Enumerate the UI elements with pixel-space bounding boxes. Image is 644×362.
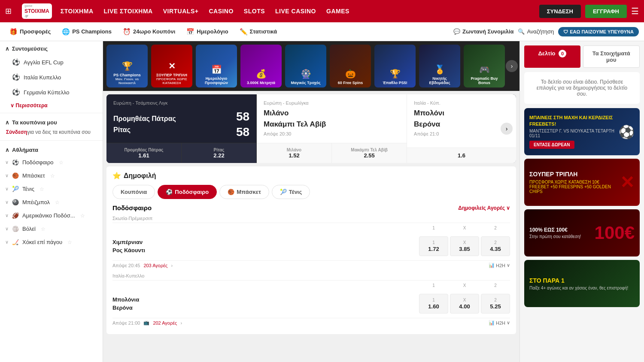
pop-odds-1-1[interactable]: 1 1.60	[419, 294, 448, 314]
nav-live-stoixima[interactable]: LIVE ΣΤΟΙΧΗΜΑ	[104, 8, 153, 15]
promo-card-6[interactable]: 🏆 Έπαθλο PS5!	[374, 45, 416, 87]
pop-agores-1[interactable]: 202 Αγορές	[153, 320, 177, 326]
pb-inner-2: 100% ΕΩΣ 100€ Στην πρώτη σου κατάθεση! 1…	[529, 223, 635, 243]
header-x-0: X	[450, 226, 479, 230]
search-button[interactable]: 🔍 Αναζήτηση	[518, 28, 554, 35]
nav-casino[interactable]: CASINO	[209, 8, 233, 15]
pb-title-3: ΣΤΟ ΠΑΡΑ 1	[529, 277, 635, 284]
sport-item-football[interactable]: ∨ ⚽ Ποδόσφαιρο ☆	[0, 156, 103, 169]
paizeis-button[interactable]: 🛡 ΕΑΩ ΠΑΙΖΟΥΜΕ ΥΠΕΥΘΥΝΑ	[558, 27, 639, 36]
ps-champions-label: PS Champions	[72, 28, 112, 35]
betslip-tab-mybets[interactable]: Τα Στοιχήματά μου	[583, 45, 640, 68]
more-button[interactable]: ∨ Περισσότερα	[0, 100, 103, 111]
fm-odds-btn-1-1[interactable]: Μακάμπι Τελ Αβίβ 2.55	[332, 143, 407, 163]
fm-score1-0: 58	[236, 109, 249, 124]
fm-odds-btn-0-0[interactable]: Προμηθέας Πάτρας 1.61	[106, 143, 182, 163]
sub-nav-calendar[interactable]: 📅 Ημερολόγιο	[182, 25, 232, 38]
fm-odds-btn-2-0[interactable]: 1.6	[407, 148, 516, 163]
promo-banner-0[interactable]: ΜΠΑΙΝΕΙΣ ΣΤΗ ΜΑΧΗ ΚΑΙ ΚΕΡΔΙΖΕΙΣ FREEBETS…	[524, 108, 640, 155]
shortcuts-header[interactable]: ∧ Συντομεύσεις	[0, 41, 103, 54]
promo-card-4[interactable]: 🎡 Μαγικός Τροχός	[285, 45, 326, 87]
sub-nav-ps-champions[interactable]: 🌐 PS Champions	[58, 25, 116, 38]
shield-icon: 🛡	[563, 29, 568, 34]
pop-odds-2-1[interactable]: 2 5.25	[481, 294, 510, 314]
tab-basketball-label: Μπάσκετ	[237, 189, 261, 195]
american-football-label: Αμερικάνικο Ποδόσ...	[22, 212, 75, 219]
carousel-match-next[interactable]: ›	[501, 123, 513, 135]
sidebar-item-italy-cup[interactable]: ⚽ Ιταλία Κυπελλο	[2, 70, 101, 84]
promo-card-8[interactable]: 🎮 Pragmatic Buy Bonus	[464, 45, 505, 87]
eggrafh-button[interactable]: ΕΓΓΡΑΦΗ	[585, 5, 627, 18]
promo-card-5[interactable]: 🎃 60 Free Spins	[330, 45, 371, 87]
sport-item-baseball[interactable]: ∨ 🎱 Μπέιζμπολ ☆	[0, 196, 103, 209]
sport-item-american-football[interactable]: ∨ 🏈 Αμερικάνικο Ποδόσ... ☆	[0, 209, 103, 222]
pop-match-teams-1: Μπολόνια Βερόνα	[112, 296, 419, 312]
featured-match-2: Ιταλία - Κύπ. Μπολόνι Βερόνα Απόψε 21:0 …	[407, 94, 516, 163]
nav-stoixima[interactable]: ΣΤΟΙΧΗΜΑ	[61, 8, 94, 15]
sub-nav-statistics[interactable]: ✏️ Στατιστικά	[235, 25, 282, 38]
promo-banner-content-1: ΣΟΥΠΕΡ ΤΡΙΠΛΗ ΠΡΟΣΦΟΡΑ ΧΩΡΙΣ ΚΑΤΑΘΕΣΗ 10…	[524, 159, 640, 206]
fm-odds-btn-1-0[interactable]: Μιλάνο 1.52	[257, 143, 332, 163]
logo[interactable]: game STOIXIMA .gr	[22, 3, 52, 18]
pop-odds-x-0[interactable]: X 3.85	[450, 236, 479, 256]
sub-nav-offers[interactable]: 🎁 Προσφορές	[5, 25, 55, 38]
chat-button[interactable]: 💬 Ζωντανή Συνομιλία	[453, 28, 513, 35]
nav-games[interactable]: GAMES	[326, 8, 349, 15]
pop-meta-1: Απόψε 21:00 📺 202 Αγορές › 📊 H2H ∨	[112, 318, 510, 329]
pop-league-0: Σκωτία-Πρέμιερσιπ	[112, 214, 510, 223]
promo-card-1[interactable]: ✕ ΣΟΥΠΕΡ ΤΡΙΠΛΗ ΠΡΟΣΦΟΡΑ ΧΩΡΙΣ ΚΑΤΑΘΕΣΗ	[151, 45, 192, 87]
sidebar-item-label-3: Γερμανία Κύπελλο	[24, 89, 69, 96]
pop-odds-2-0[interactable]: 2 4.35	[481, 236, 510, 256]
hamburger-icon[interactable]: ☰	[631, 6, 639, 16]
promo-card-0[interactable]: 🏆 PS Champions Μαν. Γιουν. vs Νιούκαστλ	[106, 45, 148, 87]
sport-item-tennis[interactable]: ∨ 🎾 Τένις ☆	[0, 182, 103, 196]
promo-banner-3[interactable]: ΣΤΟ ΠΑΡΑ 1 Παίξε 4+ αγώνες και αν χάσεις…	[524, 260, 640, 307]
promo-card-3[interactable]: 💰 3.000€ Μετρητά	[240, 45, 282, 87]
nav-slots[interactable]: SLOTS	[244, 8, 265, 15]
tab-football[interactable]: ⚽ Ποδόσφαιρο	[158, 185, 217, 199]
pop-odds-1-0[interactable]: 1 1.72	[419, 236, 448, 256]
sidebar-item-germany-cup[interactable]: ⚽ Γερμανία Κύπελλο	[2, 85, 101, 100]
tab-couponia[interactable]: Κουπόνια	[112, 185, 155, 199]
pb-x-icon: ✕	[620, 172, 635, 192]
sport-item-basketball[interactable]: ∨ 🏀 Μπάσκετ ☆	[0, 169, 103, 182]
sidebar-item-england-efl[interactable]: ⚽ Αγγλία EFL Cup	[2, 55, 101, 69]
betslip-tab-deltaio[interactable]: Δελτίο 0	[524, 45, 580, 68]
sport-item-hockey[interactable]: ∨ 🏒 Χόκεϊ επί πάγου ☆	[0, 235, 103, 249]
grid-icon[interactable]: ⊞	[5, 6, 12, 16]
pop-h2h-1[interactable]: 📊 H2H ∨	[489, 320, 510, 326]
star-icon-4: ☆	[55, 199, 60, 205]
star-icon-1: ☆	[59, 160, 64, 166]
caret-down-icon-2: ∨	[5, 173, 9, 178]
promo-banner-content-2: 100% ΕΩΣ 100€ Στην πρώτη σου κατάθεση! 1…	[524, 209, 640, 256]
fm-odds-btn-0-1[interactable]: Ρίτας 2.22	[182, 143, 256, 163]
caret-down-icon-3: ∨	[5, 186, 9, 192]
hockey-icon: 🏒	[12, 239, 19, 245]
pb-action-btn-0[interactable]: ΕΝΤΑΣΕ ΔΩΡΕΑΝ	[529, 141, 574, 149]
sports-header[interactable]: ∧ Αθλήματα	[0, 142, 103, 156]
tab-basketball[interactable]: 🏀 Μπάσκετ	[219, 185, 269, 199]
promo-banner-2[interactable]: 100% ΕΩΣ 100€ Στην πρώτη σου κατάθεση! 1…	[524, 209, 640, 256]
nav-live-casino[interactable]: LIVE CASINO	[275, 8, 316, 15]
fm-odds-label-1-1: Μακάμπι Τελ Αβίβ	[336, 148, 402, 152]
pb-subtitle-2: Στην πρώτη σου κατάθεση!	[529, 234, 591, 239]
syndesi-button[interactable]: ΣΥΝΔΕΣΗ	[539, 5, 581, 18]
sports-label: Αθλήματα	[12, 147, 38, 153]
sport-item-volleyball[interactable]: ∨ 🏐 Βόλεϊ ☆	[0, 222, 103, 235]
pop-odds-x-1[interactable]: X 4.00	[450, 294, 479, 314]
pop-agores-0[interactable]: 203 Αγορές	[143, 263, 167, 268]
paizeis-label: ΕΑΩ ΠΑΙΖΟΥΜΕ ΥΠΕΥΘΥΝΑ	[570, 29, 634, 34]
sub-nav-24h-coupon[interactable]: ⏰ 24ωρο Κουπόνι	[118, 25, 179, 38]
pop-h2h-0[interactable]: 📊 H2H ∨	[489, 262, 510, 268]
promo-banner-1[interactable]: ΣΟΥΠΕΡ ΤΡΙΠΛΗ ΠΡΟΣΦΟΡΑ ΧΩΡΙΣ ΚΑΤΑΘΕΣΗ 10…	[524, 159, 640, 206]
fm-scores-0: 58 58	[236, 109, 249, 140]
tab-tennis[interactable]: 🎾 Τένις	[272, 185, 310, 199]
carousel-next-button[interactable]: ›	[506, 60, 518, 72]
syndesi-link[interactable]: Σύνδεση	[6, 129, 27, 135]
popular-market-button[interactable]: Δημοφιλείς Αγορές ∨	[458, 205, 510, 211]
nav-virtuals[interactable]: VIRTUALS+	[163, 8, 199, 15]
pop-time-1: Απόψε 21:00	[112, 320, 140, 326]
pb-title-2: 100% ΕΩΣ 100€	[529, 227, 591, 233]
promo-card-2[interactable]: 📅 Ημερολόγιο Προσφορών	[196, 45, 237, 87]
promo-card-7[interactable]: 🏅 Νικητής Εβδομάδας	[419, 45, 460, 87]
